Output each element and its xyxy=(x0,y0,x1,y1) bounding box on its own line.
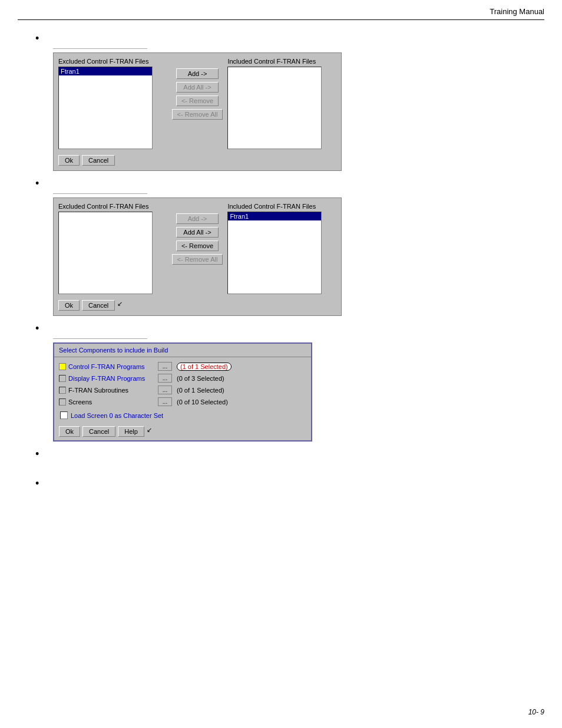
section-divider-1 xyxy=(53,48,147,49)
dialog-footer-1: Ok Cancel xyxy=(58,153,336,166)
component-row-3: Screens ... (0 of 10 Selected) xyxy=(59,397,306,406)
included-section-1: Included Control F-TRAN Files xyxy=(227,58,336,149)
component-label-wrapper-3[interactable]: Screens xyxy=(59,398,153,406)
component-selected-text-1: (0 of 3 Selected) xyxy=(177,375,224,382)
add-button-2[interactable]: Add -> xyxy=(176,213,219,224)
dialog-footer-2: Ok Cancel ↙ xyxy=(58,298,336,311)
component-label-2: F-TRAN Subroutines xyxy=(68,387,128,394)
page-footer: 10- 9 xyxy=(528,708,544,716)
header: Training Manual xyxy=(0,0,562,19)
included-list-box-2[interactable]: Ftran1 xyxy=(227,212,322,294)
included-item-2[interactable]: Ftran1 xyxy=(228,212,321,220)
add-button-1[interactable]: Add -> xyxy=(176,68,219,79)
cancel-button-2[interactable]: Cancel xyxy=(82,300,115,311)
select-footer: Ok Cancel Help ↙ xyxy=(54,424,311,440)
component-label-wrapper-2[interactable]: F-TRAN Subroutines xyxy=(59,387,153,394)
bullet-dot-1: • xyxy=(35,33,39,44)
component-label-wrapper-0[interactable]: Control F-TRAN Programs xyxy=(59,363,153,370)
excluded-list-box-2[interactable] xyxy=(58,212,153,294)
component-checkbox-2[interactable] xyxy=(59,387,66,394)
component-selected-text-0: (1 of 1 Selected) xyxy=(177,363,232,371)
component-row-0: Control F-TRAN Programs ... (1 of 1 Sele… xyxy=(59,362,306,371)
bullet-dot-3: • xyxy=(35,323,39,334)
excluded-label-1: Excluded Control F-TRAN Files xyxy=(58,58,167,65)
select-components-body: Control F-TRAN Programs ... (1 of 1 Sele… xyxy=(54,357,311,424)
cancel-button-3[interactable]: Cancel xyxy=(82,426,115,437)
ftran-buttons-2: Add -> Add All -> <- Remove <- Remove Al… xyxy=(167,203,228,294)
excluded-label-2: Excluded Control F-TRAN Files xyxy=(58,203,167,210)
page-content: • Excluded Control F-TRAN Files Ftran1 A… xyxy=(0,20,562,505)
cursor-2: ↙ xyxy=(117,300,123,311)
load-screen-row: Load Screen 0 as Character Set xyxy=(60,411,306,419)
ok-button-1[interactable]: Ok xyxy=(58,155,80,166)
excluded-list-box-1[interactable]: Ftran1 xyxy=(58,67,153,149)
header-title: Training Manual xyxy=(490,7,544,16)
component-label-3: Screens xyxy=(68,398,92,406)
cursor-3: ↙ xyxy=(147,426,152,437)
ok-button-2[interactable]: Ok xyxy=(58,300,80,311)
component-select-btn-2[interactable]: ... xyxy=(158,386,172,394)
dialog-wrapper-3: Select Components to include in Build Co… xyxy=(53,342,544,442)
component-label-1: Display F-TRAN Programs xyxy=(68,375,145,382)
component-row-2: F-TRAN Subroutines ... (0 of 1 Selected) xyxy=(59,386,306,394)
component-selected-text-3: (0 of 10 Selected) xyxy=(177,398,228,406)
remove-all-button-2[interactable]: <- Remove All xyxy=(172,254,223,265)
bullet-4: • xyxy=(35,447,544,459)
component-checkbox-3[interactable] xyxy=(59,398,66,406)
component-checkbox-1[interactable] xyxy=(59,375,66,382)
ftran-dialog-1: Excluded Control F-TRAN Files Ftran1 Add… xyxy=(53,52,342,171)
component-label-wrapper-1[interactable]: Display F-TRAN Programs xyxy=(59,375,153,382)
bullet-1: • xyxy=(35,32,544,44)
select-components-title: Select Components to include in Build xyxy=(54,344,311,357)
bullet-2: • xyxy=(35,177,544,189)
select-components-dialog: Select Components to include in Build Co… xyxy=(53,342,312,442)
load-screen-checkbox[interactable] xyxy=(60,411,68,419)
cancel-button-1[interactable]: Cancel xyxy=(82,155,115,166)
remove-all-button-1[interactable]: <- Remove All xyxy=(172,109,223,120)
ftran-lists-row-2: Excluded Control F-TRAN Files Add -> Add… xyxy=(58,203,336,294)
excluded-section-2: Excluded Control F-TRAN Files xyxy=(58,203,167,294)
bullet-dot-2: • xyxy=(35,178,39,189)
excluded-item-1[interactable]: Ftran1 xyxy=(59,67,152,75)
remove-button-1[interactable]: <- Remove xyxy=(176,95,219,106)
bullet-3: • xyxy=(35,322,544,334)
dialog-wrapper-2: Excluded Control F-TRAN Files Add -> Add… xyxy=(53,197,544,316)
add-all-button-2[interactable]: Add All -> xyxy=(176,227,219,238)
help-button-3[interactable]: Help xyxy=(118,426,144,437)
component-select-btn-1[interactable]: ... xyxy=(158,374,172,383)
dialog-wrapper-1: Excluded Control F-TRAN Files Ftran1 Add… xyxy=(53,52,544,171)
component-selected-text-2: (0 of 1 Selected) xyxy=(177,387,224,394)
component-checkbox-0[interactable] xyxy=(59,363,66,370)
page-number: 10- 9 xyxy=(528,708,544,716)
ftran-buttons-1: Add -> Add All -> <- Remove <- Remove Al… xyxy=(167,58,228,149)
bullet-5: • xyxy=(35,477,544,489)
bullet-dot-4: • xyxy=(35,449,39,459)
remove-button-2[interactable]: <- Remove xyxy=(176,241,219,251)
add-all-button-1[interactable]: Add All -> xyxy=(176,82,219,93)
component-select-btn-0[interactable]: ... xyxy=(158,362,172,371)
section-divider-2 xyxy=(53,193,147,194)
excluded-section-1: Excluded Control F-TRAN Files Ftran1 xyxy=(58,58,167,149)
bullet-dot-5: • xyxy=(35,478,39,489)
ftran-lists-row-1: Excluded Control F-TRAN Files Ftran1 Add… xyxy=(58,58,336,149)
included-label-2: Included Control F-TRAN Files xyxy=(227,203,336,210)
component-select-btn-3[interactable]: ... xyxy=(158,397,172,406)
ftran-dialog-2: Excluded Control F-TRAN Files Add -> Add… xyxy=(53,197,342,316)
component-row-1: Display F-TRAN Programs ... (0 of 3 Sele… xyxy=(59,374,306,383)
load-screen-label: Load Screen 0 as Character Set xyxy=(71,412,163,419)
included-section-2: Included Control F-TRAN Files Ftran1 xyxy=(227,203,336,294)
included-label-1: Included Control F-TRAN Files xyxy=(227,58,336,65)
section-divider-3 xyxy=(53,338,147,339)
included-list-box-1[interactable] xyxy=(227,67,322,149)
ok-button-3[interactable]: Ok xyxy=(59,426,80,437)
component-label-0: Control F-TRAN Programs xyxy=(68,363,145,370)
